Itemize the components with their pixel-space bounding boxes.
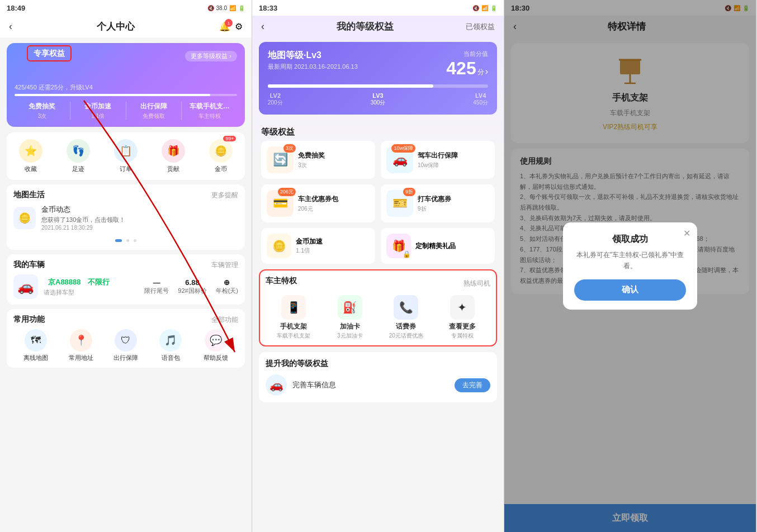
func-header: 常用功能 全部功能 — [13, 315, 238, 325]
protection-icon: 🚗 10w保障 — [386, 146, 413, 173]
offline-map-button[interactable]: 🗺 离线地图 — [13, 329, 58, 362]
coins-button[interactable]: 🪙 99+ 金币 — [197, 139, 245, 173]
owner-header: 车主特权 熟练司机 — [266, 276, 490, 291]
all-functions-button[interactable]: 全部功能 — [211, 315, 238, 325]
progress-fill — [15, 94, 210, 96]
gift-card[interactable]: 🎁 🔒 定制精美礼品 — [381, 228, 495, 264]
coin-boost-info: 金币加速 1.1倍 — [296, 237, 323, 255]
membership-card: 专享权益 Lv3 更多等级权益 › 425/450 还需25分，升级LV4 免费… — [7, 43, 245, 127]
score-value: 425 — [446, 58, 476, 79]
gift-icon: 🎁 🔒 — [386, 234, 411, 258]
fuel-icon: ⛽ — [338, 295, 362, 320]
car-stat-price: 6.88 92#国标价 — [178, 278, 206, 295]
travel-protection-button[interactable]: 🛡 出行保障 — [103, 329, 148, 362]
dot-3 — [134, 239, 136, 242]
coin-boost-icon: 🪙 — [267, 234, 291, 258]
level-markers: LV2 200分 LV3 300分 LV4 450分 — [268, 92, 488, 107]
music-icon: 🎵 — [159, 329, 182, 352]
help-feedback-button[interactable]: 💬 帮助反馈 — [193, 329, 238, 362]
benefit-taxi-card[interactable]: 🎫 9折 打车优惠券 9折 — [381, 184, 495, 222]
modal-confirm-label: 确认 — [622, 284, 638, 295]
contribute-button[interactable]: 🎁 贡献 — [150, 139, 197, 173]
lottery-badge: 3次 — [283, 144, 296, 153]
level-top: 地图等级·Lv3 最新周期 2021.03.16-2021.06.13 当前分值… — [268, 50, 488, 79]
protection-badge: 10w保障 — [391, 144, 415, 153]
coin-boost-card[interactable]: 🪙 金币加速 1.1倍 — [261, 228, 375, 264]
voice-pack-button[interactable]: 🎵 语音包 — [148, 329, 193, 362]
notification-button[interactable]: 🔔 1 — [219, 21, 230, 32]
progress-track — [15, 94, 237, 96]
benefit-protection: 出行保障 免费领取 — [126, 102, 182, 120]
level-marker-lv2: LV2 200分 — [268, 92, 283, 107]
coupon-info: 车主优惠券包 206元 — [298, 194, 338, 213]
car-section-title: 我的车辆 — [13, 260, 45, 270]
owner-subtitle: 熟练司机 — [463, 279, 490, 288]
collect-button[interactable]: ⭐ 收藏 — [7, 139, 54, 173]
coin-badge: 99+ — [223, 136, 236, 141]
success-modal: ✕ 领取成功 本礼券可在"车主特权-已领礼券"中查看。 确认 — [563, 222, 697, 309]
benefit-coupon-card[interactable]: 💳 206元 车主优惠券包 206元 — [261, 184, 375, 222]
phone-bill-item[interactable]: 📞 话费券 20元话费优惠 — [378, 295, 434, 340]
p1-header: ‹ 个人中心 🔔 1 ⚙ — [0, 16, 252, 37]
level-marker-lv4: LV4 450分 — [473, 92, 488, 107]
upgrade-btn[interactable]: 去完善 — [455, 378, 490, 392]
level-period: 最新周期 2021.03.16-2021.06.13 — [268, 63, 358, 71]
modal-confirm-button[interactable]: 确认 — [574, 279, 686, 301]
page-title-1: 个人中心 — [97, 20, 135, 33]
score-unit: 分 — [477, 68, 484, 77]
car-plate: 京A88888 不限行 — [44, 277, 139, 287]
upgrade-title: 提升我的等级权益 — [266, 359, 490, 369]
score-arrow: › — [485, 66, 488, 77]
footprint-button[interactable]: 👣 足迹 — [54, 139, 102, 173]
phone-holder-icon: 📱 — [281, 295, 306, 320]
status-bar-1: 18:49 🔇 38.0 📶 🔋 — [0, 0, 252, 16]
level-info: 地图等级·Lv3 最新周期 2021.03.16-2021.06.13 — [268, 50, 358, 71]
price-val: 6.88 — [178, 278, 206, 287]
back-button[interactable]: ‹ — [9, 21, 12, 32]
phone-holder-item[interactable]: 📱 手机支架 车载手机支架 — [266, 295, 322, 340]
claimed-button[interactable]: 已领权益 — [466, 22, 495, 32]
upgrade-item: 🚗 完善车辆信息 去完善 — [266, 374, 490, 396]
benefits-grid: 🔄 3次 免费抽奖 3次 🚗 10w保障 驾车出行保障 10w保障 💳 206元 — [252, 141, 504, 222]
benefit-protection-card[interactable]: 🚗 10w保障 驾车出行保障 10w保障 — [381, 141, 495, 179]
location-icon: 📍 — [70, 329, 92, 352]
status-icons-1: 🔇 38.0 📶 🔋 — [207, 5, 245, 11]
benefit-coins: 金币加速 1.1倍 — [70, 102, 126, 120]
func-title: 常用功能 — [13, 315, 45, 325]
level-progress-track — [268, 84, 488, 88]
car-details: 京A88888 不限行 请选择车型 — [44, 277, 139, 297]
modal-overlay: ✕ 领取成功 本礼券可在"车主特权-已领礼券"中查看。 确认 — [504, 0, 756, 532]
level-card-wrapper: 地图等级·Lv3 最新周期 2021.03.16-2021.06.13 当前分值… — [252, 42, 504, 121]
car-manage-button[interactable]: 车辆管理 — [211, 260, 238, 270]
owner-section: 车主特权 熟练司机 📱 手机支架 车载手机支架 ⛽ 加油卡 3元加油卡 📞 话费… — [259, 269, 497, 346]
upgrade-text: 完善车辆信息 — [292, 380, 449, 390]
settings-button[interactable]: ⚙ — [235, 21, 243, 32]
news-item-desc: 您获得了130金币，点击领取！ — [41, 216, 125, 224]
battery-icon: 🔋 — [238, 5, 245, 11]
notification-badge: 1 — [225, 19, 233, 27]
more-privileges-item[interactable]: ✦ 查看更多 专属特权 — [434, 295, 491, 340]
score-area: 当前分值 425 分 › — [446, 50, 488, 79]
protection-info: 驾车出行保障 10w保障 — [418, 151, 458, 169]
signal-text: 38.0 — [216, 5, 227, 11]
more-benefits-button[interactable]: 更多等级权益 › — [185, 51, 237, 61]
more-icon: ✦ — [450, 295, 475, 320]
orders-button[interactable]: 📋 订单 — [102, 139, 149, 173]
page-title-2: 我的等级权益 — [264, 20, 466, 33]
car-header: 我的车辆 车辆管理 — [13, 260, 238, 270]
fuel-card-item[interactable]: ⛽ 加油卡 3元加油卡 — [322, 295, 378, 340]
contribute-icon: 🎁 — [162, 139, 185, 163]
header-icons: 🔔 1 ⚙ — [219, 21, 243, 32]
car-stat-limit: — 限行尾号 — [144, 278, 169, 295]
news-more-button[interactable]: 更多提醒 — [211, 191, 238, 200]
footprint-icon: 👣 — [67, 139, 90, 163]
owner-items: 📱 手机支架 车载手机支架 ⛽ 加油卡 3元加油卡 📞 话费券 20元话费优惠 … — [266, 295, 490, 340]
modal-title: 领取成功 — [574, 234, 686, 245]
benefit-lottery-card[interactable]: 🔄 3次 免费抽奖 3次 — [261, 141, 375, 179]
common-address-button[interactable]: 📍 常用地址 — [58, 329, 103, 362]
benefits-row: 免费抽奖 3次 金币加速 1.1倍 出行保障 免费领取 车载手机支… 车主特权 — [15, 102, 237, 120]
modal-close-button[interactable]: ✕ — [683, 228, 690, 239]
carousel-dots — [13, 234, 238, 244]
coupon-icon: 💳 206元 — [267, 190, 294, 217]
car-stat-inspect: ⊕ 年检(天) — [216, 278, 238, 295]
